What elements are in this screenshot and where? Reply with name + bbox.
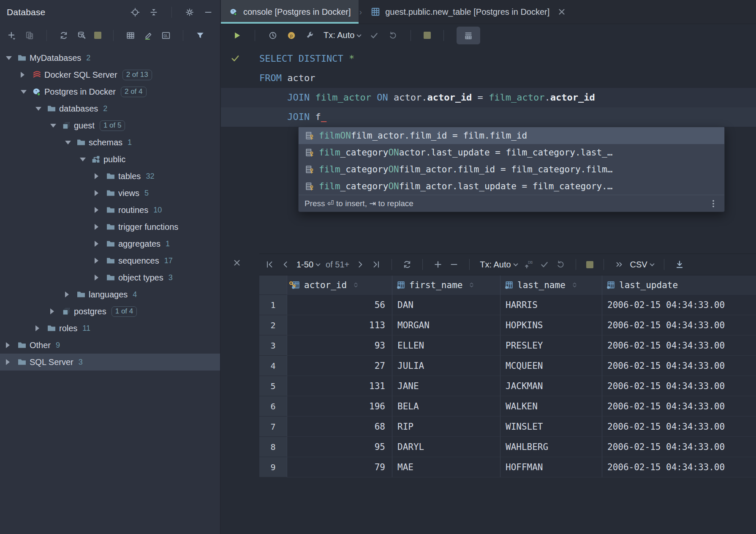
- stop-icon[interactable]: [424, 32, 431, 39]
- tree-item-object-types[interactable]: object types3: [0, 269, 220, 286]
- tree-item-public[interactable]: public: [0, 151, 220, 168]
- chevron-right-icon[interactable]: [65, 292, 76, 297]
- kebab-menu-icon[interactable]: [708, 199, 718, 209]
- hide-panel-icon[interactable]: [203, 7, 213, 17]
- row-number[interactable]: 9: [259, 457, 287, 477]
- delete-row-icon[interactable]: [449, 259, 459, 270]
- tree-item-roles[interactable]: roles11: [0, 320, 220, 337]
- query-console-icon[interactable]: QL: [161, 30, 171, 41]
- cell-last_name[interactable]: MCQUEEN: [500, 356, 602, 376]
- cell-actor_id[interactable]: 95: [287, 437, 392, 457]
- chevron-down-icon[interactable]: [21, 90, 32, 94]
- row-number[interactable]: 1: [259, 295, 287, 315]
- cell-last_name[interactable]: JACKMAN: [500, 376, 602, 396]
- db-submit-icon[interactable]: DB: [523, 259, 533, 270]
- chevron-right-icon[interactable]: [95, 224, 106, 230]
- cell-actor_id[interactable]: 27: [287, 356, 392, 376]
- tree-item-views[interactable]: views5: [0, 185, 220, 202]
- tree-item-guest[interactable]: guest1 of 5: [0, 117, 220, 134]
- locate-icon[interactable]: [130, 7, 140, 17]
- cell-last_update[interactable]: 2006-02-15 04:34:33.00: [602, 295, 756, 315]
- settings-wrench-icon[interactable]: [305, 30, 315, 41]
- column-header-last_name[interactable]: last_name: [500, 275, 602, 295]
- cell-actor_id[interactable]: 79: [287, 457, 392, 477]
- cell-first_name[interactable]: BELA: [392, 396, 500, 417]
- new-item-icon[interactable]: [7, 30, 17, 41]
- sort-arrows-icon[interactable]: [468, 280, 475, 290]
- data-grid-icon[interactable]: [125, 30, 136, 41]
- sort-arrows-icon[interactable]: [353, 280, 359, 290]
- profile-p-icon[interactable]: p: [286, 30, 296, 41]
- cell-last_name[interactable]: PRESLEY: [500, 335, 602, 356]
- chevron-down-icon[interactable]: [80, 158, 91, 161]
- column-header-last_update[interactable]: last_update: [602, 275, 756, 295]
- completion-item[interactable]: film ON film_actor.film_id = film.film_i…: [299, 127, 724, 144]
- cell-actor_id[interactable]: 56: [287, 295, 392, 315]
- cell-first_name[interactable]: DARYL: [392, 437, 500, 457]
- close-results-icon[interactable]: [232, 258, 242, 268]
- tree-item-databases[interactable]: databases2: [0, 100, 220, 117]
- last-page-icon[interactable]: [371, 259, 381, 270]
- sort-arrows-icon[interactable]: [571, 280, 578, 290]
- cell-last_update[interactable]: 2006-02-15 04:34:33.00: [602, 457, 756, 477]
- row-number[interactable]: 5: [259, 376, 287, 396]
- tree-item-mydatabases[interactable]: MyDatabases2: [0, 49, 220, 66]
- first-page-icon[interactable]: [264, 259, 275, 270]
- cell-last_update[interactable]: 2006-02-15 04:34:33.00: [602, 376, 756, 396]
- stop-icon[interactable]: [94, 32, 101, 39]
- sync-icon[interactable]: [59, 30, 69, 41]
- column-header-first_name[interactable]: first_name: [392, 275, 500, 295]
- rollback-icon[interactable]: [555, 259, 566, 270]
- prev-page-icon[interactable]: [280, 259, 291, 270]
- chevron-right-icon[interactable]: [95, 258, 106, 264]
- completion-item[interactable]: film_category ON actor.last_update = fil…: [299, 144, 724, 161]
- tree-item-tables[interactable]: tables32: [0, 168, 220, 185]
- chevron-right-icon[interactable]: [95, 207, 106, 213]
- chevron-right-icon[interactable]: [35, 325, 46, 331]
- tab-new-table[interactable]: guest.public.new_table [Postgres in Dock…: [363, 0, 574, 24]
- cell-last_update[interactable]: 2006-02-15 04:34:33.00: [602, 356, 756, 376]
- chevron-right-icon[interactable]: [50, 308, 61, 314]
- database-tools-icon[interactable]: [76, 30, 87, 41]
- rollback-icon[interactable]: [388, 30, 398, 41]
- tree-item-other[interactable]: Other9: [0, 337, 220, 354]
- cell-actor_id[interactable]: 196: [287, 396, 392, 417]
- tree-item-sql-server[interactable]: SQL Server3: [0, 354, 220, 371]
- cell-first_name[interactable]: DAN: [392, 295, 500, 315]
- close-icon[interactable]: [557, 7, 567, 17]
- tree-item-postgres[interactable]: postgres1 of 4: [0, 303, 220, 320]
- cell-last_name[interactable]: HOFFMAN: [500, 457, 602, 477]
- cell-first_name[interactable]: MORGAN: [392, 315, 500, 335]
- row-number[interactable]: 2: [259, 315, 287, 335]
- tree-item-routines[interactable]: routines10: [0, 202, 220, 218]
- row-number[interactable]: 4: [259, 356, 287, 376]
- download-icon[interactable]: [674, 259, 685, 270]
- export-format-dropdown[interactable]: CSV: [630, 260, 654, 270]
- completion-item[interactable]: film_category ON film_actor.last_update …: [299, 178, 724, 195]
- tree-item-postgres-in-docker[interactable]: Postgres in Docker2 of 4: [0, 83, 220, 100]
- stop-icon[interactable]: [586, 261, 593, 268]
- chevron-down-icon[interactable]: [50, 124, 61, 128]
- cell-first_name[interactable]: MAE: [392, 457, 500, 477]
- completion-item[interactable]: film_category ON film_actor.film_id = fi…: [299, 161, 724, 178]
- tx-mode-dropdown[interactable]: Tx: Auto: [480, 260, 517, 270]
- chevron-down-icon[interactable]: [6, 56, 17, 60]
- cell-last_update[interactable]: 2006-02-15 04:34:33.00: [602, 437, 756, 457]
- cell-last_update[interactable]: 2006-02-15 04:34:33.00: [602, 396, 756, 417]
- row-number[interactable]: 3: [259, 335, 287, 356]
- run-icon[interactable]: [232, 30, 242, 41]
- chevron-right-icon[interactable]: [95, 173, 106, 179]
- chevron-down-icon[interactable]: [65, 141, 76, 144]
- chevron-right-icon[interactable]: [95, 190, 106, 196]
- row-number[interactable]: 7: [259, 417, 287, 437]
- tree-item-docker-sql-server[interactable]: Docker SQL Server2 of 13: [0, 66, 220, 83]
- more-chevrons-icon[interactable]: [614, 259, 624, 270]
- cell-last_name[interactable]: HOPKINS: [500, 315, 602, 335]
- cell-last_name[interactable]: WAHLBERG: [500, 437, 602, 457]
- cell-last_name[interactable]: WINSLET: [500, 417, 602, 437]
- reload-icon[interactable]: [402, 259, 412, 270]
- cell-first_name[interactable]: JULIA: [392, 356, 500, 376]
- tree-item-schemas[interactable]: schemas1: [0, 134, 220, 151]
- cell-last_update[interactable]: 2006-02-15 04:34:33.00: [602, 417, 756, 437]
- tree-item-aggregates[interactable]: aggregates1: [0, 235, 220, 252]
